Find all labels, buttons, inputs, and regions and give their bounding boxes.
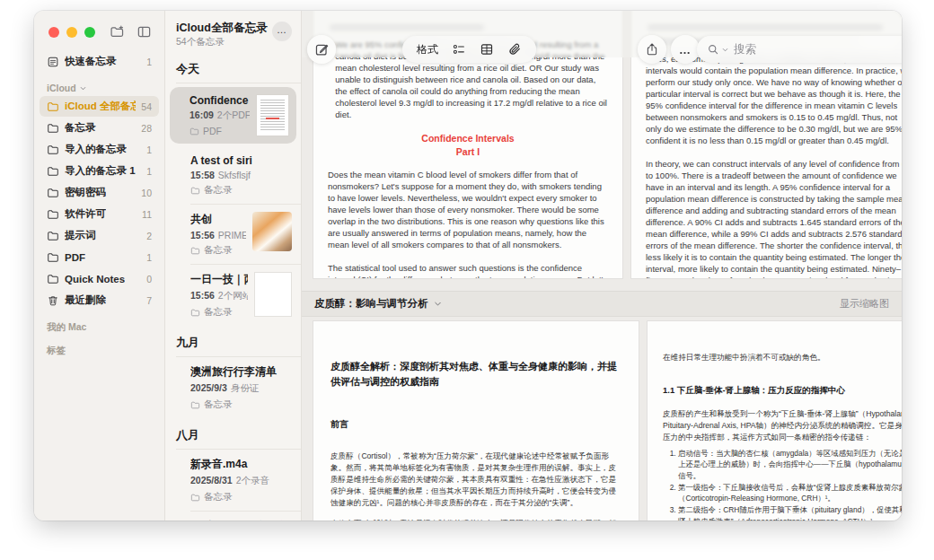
sidebar-item-count: 0	[146, 274, 152, 284]
note-time: 15:56	[190, 230, 215, 241]
note-title: 即插即用！手搓一个移动...	[190, 519, 292, 521]
pdf-doc-title: 皮质醇全解析：深度剖析其对焦虑、体重与全身健康的影响，并提供评估与调控的权威指南	[330, 359, 620, 389]
group-heading-august: 八月	[176, 427, 301, 450]
folder-icon	[190, 493, 200, 503]
sidebar-section-my-mac[interactable]: 我的 Mac	[47, 321, 152, 334]
attachment-title[interactable]: 皮质醇：影响与调节分析	[314, 297, 443, 311]
list-item: 第一级指令：下丘脑接收信号后，会释放“促肾上腺皮质素释放荷尔蒙”（Cortico…	[678, 482, 902, 504]
close-button[interactable]	[48, 27, 59, 38]
notes-app-window: 快速备忘录 1 iCloud iCloud 全部备忘录 54 备忘录 28 导入…	[34, 11, 902, 521]
note-time: 2025/9/3	[190, 382, 227, 393]
sidebar-item-count: 1	[146, 252, 152, 263]
format-toolbar: 格式	[402, 36, 536, 63]
sidebar-toggle-icon[interactable]	[137, 24, 152, 39]
sidebar-item-passwords[interactable]: 密钥密码 10	[40, 182, 159, 203]
checklist-icon[interactable]	[452, 42, 466, 57]
zoom-button[interactable]	[84, 27, 95, 38]
note-row-plug-and-play[interactable]: 即插即用！手搓一个移动... 2025/8/31随着 Deepsee... 软件…	[165, 512, 301, 521]
note-list-header: iCloud全部备忘录 54个备忘录 …	[165, 11, 301, 52]
note-folder-label: 备忘录	[204, 244, 233, 257]
folder-icon	[190, 308, 200, 318]
note-folder-label: 备忘录	[204, 306, 233, 319]
sidebar-item-recently-deleted[interactable]: 最近删除 7	[40, 290, 159, 311]
sidebar-item-count: 28	[141, 123, 152, 134]
sidebar-item-notes[interactable]: 备忘录 28	[40, 118, 159, 138]
sidebar-item-count: 11	[142, 209, 152, 220]
desktop: 快速备忘录 1 iCloud iCloud 全部备忘录 54 备忘录 28 导入…	[0, 0, 934, 560]
note-row-gongchuang[interactable]: 共创 15:56PRIME 备忘录	[165, 205, 301, 264]
new-folder-icon[interactable]	[110, 24, 125, 39]
note-icon	[47, 56, 59, 68]
note-row-test-of-siri[interactable]: A test of siri 15:58Skfsflsjf 备忘录	[165, 147, 301, 204]
note-snippet: 2个录音	[236, 475, 269, 486]
sidebar-item-quicknotes-folder[interactable]: Quick Notes 0	[40, 268, 159, 289]
clipped-text-line	[330, 24, 484, 31]
sidebar-item-quick-notes[interactable]: 快速备忘录 1	[40, 51, 159, 72]
sidebar-item-pdf[interactable]: PDF 1	[40, 247, 159, 267]
sidebar-section-icloud[interactable]: iCloud	[47, 83, 152, 93]
note-snippet: 2个网站...	[218, 290, 248, 301]
note-time: 2025/8/31	[190, 475, 233, 486]
clipped-text-line	[648, 24, 883, 31]
attachment-icon[interactable]	[507, 42, 522, 57]
search-field[interactable]: 搜索	[697, 36, 902, 63]
list-item: 第二级指令：CRH随后作用于脑下垂体（pituitary gland），促使其释…	[678, 504, 902, 521]
folder-icon	[190, 400, 200, 410]
sidebar-item-imported-notes[interactable]: 导入的备忘录 1	[40, 139, 159, 160]
pdf-page-cortisol-left[interactable]: 皮质醇全解析：深度剖析其对焦虑、体重与全身健康的影响，并提供评估与调控的权威指南…	[313, 321, 639, 521]
sidebar-item-label: 最近删除	[65, 293, 106, 307]
note-row-confidence[interactable]: Confidence I... 16:092个PDF PDF	[170, 87, 296, 144]
numbered-list: 启动信号：当大脑的杏仁核（amygdala）等区域感知到压力（无论是生理上还是心…	[663, 448, 902, 521]
share-button[interactable]	[638, 35, 666, 64]
sidebar-section-tags[interactable]: 标签	[47, 345, 152, 357]
sidebar-item-count: 2	[146, 231, 152, 241]
group-heading-today: 今天	[176, 61, 301, 83]
sidebar-item-label: 软件许可	[65, 207, 106, 221]
note-thumbnail-pdf	[256, 94, 289, 136]
note-title: 共创	[190, 212, 246, 227]
folder-icon	[47, 101, 59, 113]
sidebar-item-imported-notes-1[interactable]: 导入的备忘录 1 1	[40, 161, 159, 181]
sidebar-item-label: iCloud 全部备忘录	[65, 100, 136, 113]
sidebar-item-label: 导入的备忘录 1	[65, 164, 136, 178]
share-icon	[645, 42, 659, 57]
note-time: 16:09	[189, 109, 214, 120]
sidebar-item-all-notes[interactable]: iCloud 全部备忘录 54	[40, 96, 159, 117]
sidebar-item-label: 提示词	[65, 229, 96, 242]
folder-icon	[189, 127, 199, 136]
note-list-more-button[interactable]: …	[272, 22, 292, 41]
note-row-yiri-yiji[interactable]: 一日一技｜两... 15:562个网站... 备忘录	[165, 265, 301, 326]
note-title: 新录音.m4a	[190, 457, 292, 472]
note-thumbnail-photo	[252, 212, 292, 251]
paragraph: times, each time reporting a 95% confide…	[646, 53, 902, 146]
folder-icon	[190, 246, 200, 256]
pdf-subsection-heading: 1.1 下丘脑-垂体-肾上腺轴：压力反应的指挥中心	[663, 384, 902, 396]
folder-icon	[47, 273, 59, 285]
pdf-page-cortisol-right[interactable]: 在维持日常生理功能中扮演着不可或缺的角色。 1.1 下丘脑-垂体-肾上腺轴：压力…	[648, 321, 902, 521]
chevron-down-icon	[721, 46, 729, 54]
trash-icon	[47, 294, 59, 307]
sidebar-item-label: 密钥密码	[65, 186, 106, 199]
more-options-button[interactable]: …	[671, 35, 700, 64]
sidebar-item-count: 1	[146, 57, 152, 67]
sidebar-item-label: 导入的备忘录	[65, 143, 127, 156]
note-folder-label: 备忘录	[204, 184, 233, 197]
note-row-australia-packing[interactable]: 澳洲旅行行李清单 2025/9/3身份证 备忘录	[165, 357, 301, 418]
note-snippet: Skfsflsjf	[218, 170, 251, 180]
sidebar-item-prompts[interactable]: 提示词 2	[40, 225, 159, 246]
show-thumbnails-button[interactable]: 显示缩略图	[840, 297, 889, 311]
sidebar-item-software-licenses[interactable]: 软件许可 11	[40, 204, 159, 224]
paragraph: 皮质醇的产生和释放受到一个称为“下丘脑-垂体-肾上腺轴”（Hypothalami…	[663, 408, 902, 443]
table-icon[interactable]	[480, 42, 494, 57]
folder-icon	[47, 208, 59, 221]
note-title: 澳洲旅行行李清单	[190, 364, 292, 380]
compose-button[interactable]	[307, 35, 336, 64]
format-button[interactable]: 格式	[417, 42, 438, 57]
note-folder-label: PDF	[203, 126, 222, 136]
note-list-count: 54个备忘录	[176, 36, 267, 48]
minimize-button[interactable]	[66, 27, 77, 38]
paragraph: Does the mean vitamin C blood level of s…	[328, 169, 608, 250]
attachment-title-label: 皮质醇：影响与调节分析	[314, 297, 428, 311]
note-row-new-recording[interactable]: 新录音.m4a 2025/8/312个录音 备忘录	[165, 450, 301, 511]
section-label: 我的 Mac	[47, 321, 86, 334]
